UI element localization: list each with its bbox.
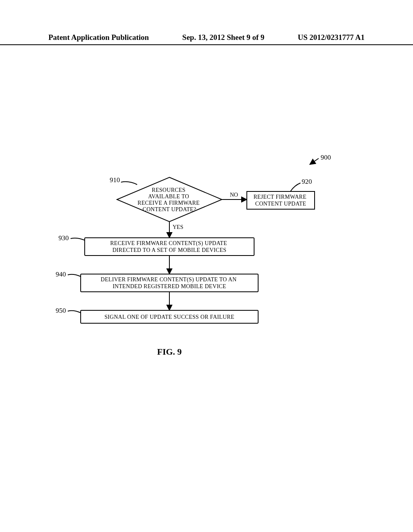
figure-label: FIG. 9 (157, 347, 181, 357)
ref-910: 910 (110, 176, 137, 185)
page: Patent Application Publication Sep. 13, … (0, 0, 413, 532)
ref-900: 900 (310, 154, 331, 164)
ref-950: 950 (56, 307, 81, 314)
edge-no: NO (222, 192, 247, 200)
ref-920: 920 (290, 178, 312, 191)
edge-yes-label: YES (173, 224, 183, 230)
svg-line-0 (310, 158, 319, 164)
ref-930-text: 930 (58, 234, 69, 242)
node-receive-930: RECEIVE FIRMWARE CONTENT(S) UPDATE DIREC… (85, 238, 254, 256)
edge-yes: YES (169, 222, 183, 238)
ref-950-text: 950 (56, 307, 66, 314)
ref-940-text: 940 (56, 270, 66, 278)
signal-text: SIGNAL ONE OF UPDATE SUCCESS OR FAILURE (104, 314, 234, 320)
ref-920-text: 920 (302, 178, 312, 185)
ref-930: 930 (58, 234, 85, 242)
edge-no-label: NO (230, 192, 238, 198)
ref-940: 940 (56, 270, 81, 278)
node-reject-920: REJECT FIRMWARE CONTENT UPDATE (247, 191, 315, 209)
ref-910-text: 910 (110, 176, 120, 184)
node-signal-950: SIGNAL ONE OF UPDATE SUCCESS OR FAILURE (81, 310, 258, 323)
node-deliver-940: DELIVER FIRMWARE CONTENT(S) UPDATE TO AN… (81, 274, 258, 292)
node-decision-910: RESOURCES AVAILABLE TO RECEIVE A FIRMWAR… (117, 177, 222, 222)
ref-900-text: 900 (321, 154, 331, 161)
svg-marker-1 (117, 177, 222, 222)
flowchart: 900 RESOURCES AVAILABLE TO RECEIVE A FIR… (0, 0, 413, 532)
